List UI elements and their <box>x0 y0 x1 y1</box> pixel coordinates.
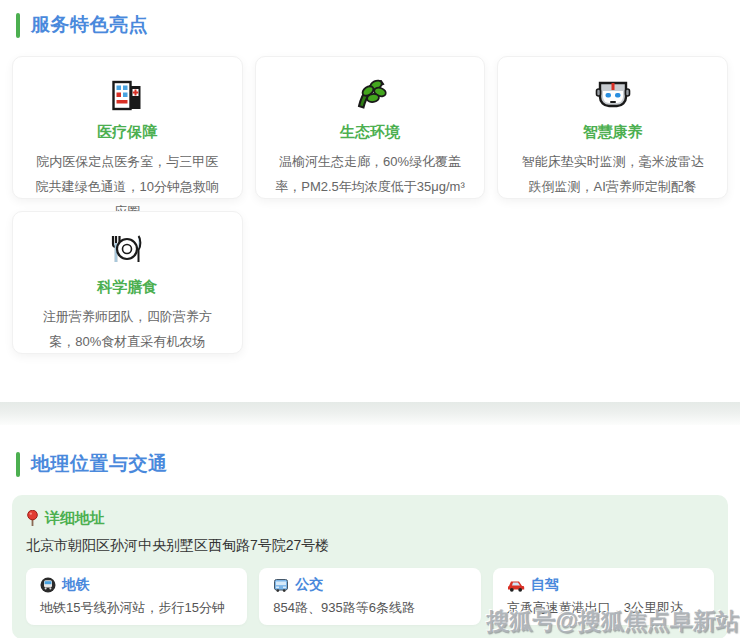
location-section-header: 地理位置与交通 <box>16 451 724 477</box>
feature-title: 生态环境 <box>274 123 467 142</box>
fork-knife-plate-icon <box>31 229 224 271</box>
transport-desc: 地铁15号线孙河站，步行15分钟 <box>40 599 233 617</box>
transport-card-bus: 公交 854路、935路等6条线路 <box>259 568 480 625</box>
watermark-souhu: 搜狐号@搜狐焦点阜新站 <box>487 606 739 637</box>
section-separator <box>0 402 740 425</box>
feature-card-smartcare: 智慧康养 智能床垫实时监测，毫米波雷达跌倒监测，AI营养师定制配餐 <box>497 56 728 199</box>
metro-icon <box>40 577 56 593</box>
accent-bar <box>16 13 20 38</box>
transport-label-row: 公交 <box>273 576 466 594</box>
transport-label: 公交 <box>295 576 323 594</box>
herb-icon <box>274 74 467 116</box>
hospital-icon <box>31 74 224 116</box>
transport-label: 地铁 <box>62 576 90 594</box>
car-icon <box>507 578 525 593</box>
transport-desc: 854路、935路等6条线路 <box>273 599 466 617</box>
transport-label-row: 地铁 <box>40 576 233 594</box>
address-value: 北京市朝阳区孙河中央别墅区西甸路7号院27号楼 <box>26 537 714 555</box>
feature-card-diet: 科学膳食 注册营养师团队，四阶营养方案，80%食材直采有机农场 <box>12 211 243 354</box>
bus-icon <box>273 577 289 593</box>
feature-title: 医疗保障 <box>31 123 224 142</box>
feature-title: 智慧康养 <box>516 123 709 142</box>
accent-bar <box>16 452 20 477</box>
feature-desc: 温榆河生态走廊，60%绿化覆盖率，PM2.5年均浓度低于35μg/m³ <box>274 149 467 199</box>
feature-desc: 注册营养师团队，四阶营养方案，80%食材直采有机农场 <box>31 304 224 354</box>
transport-label-row: 自驾 <box>507 576 700 594</box>
feature-cards-grid: 医疗保障 院内医保定点医务室，与三甲医院共建绿色通道，10分钟急救响应圈 生态环… <box>0 56 740 354</box>
location-section-title: 地理位置与交通 <box>31 451 168 477</box>
address-label-row: 详细地址 <box>26 509 714 527</box>
services-section-header: 服务特色亮点 <box>16 12 724 38</box>
feature-card-ecology: 生态环境 温榆河生态走廊，60%绿化覆盖率，PM2.5年均浓度低于35μg/m³ <box>255 56 486 199</box>
transport-label: 自驾 <box>531 576 559 594</box>
robot-icon <box>516 74 709 116</box>
address-label: 详细地址 <box>45 509 105 528</box>
feature-desc: 智能床垫实时监测，毫米波雷达跌倒监测，AI营养师定制配餐 <box>516 149 709 199</box>
feature-card-medical: 医疗保障 院内医保定点医务室，与三甲医院共建绿色通道，10分钟急救响应圈 <box>12 56 243 199</box>
feature-title: 科学膳食 <box>31 278 224 297</box>
transport-card-metro: 地铁 地铁15号线孙河站，步行15分钟 <box>26 568 247 625</box>
pushpin-icon <box>26 510 39 527</box>
services-section-title: 服务特色亮点 <box>31 12 148 38</box>
